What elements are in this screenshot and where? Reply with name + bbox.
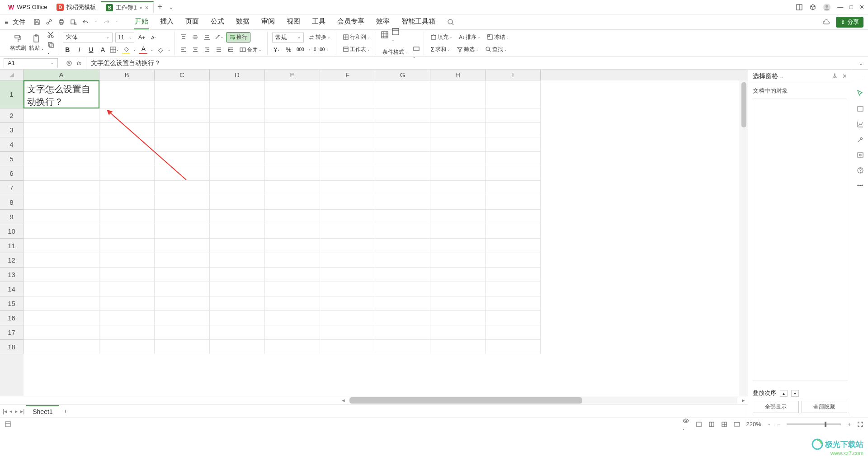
cell-B6[interactable] bbox=[99, 166, 155, 181]
table-style-icon[interactable]: ⌄ bbox=[392, 28, 400, 42]
cell-C13[interactable] bbox=[155, 268, 210, 282]
backup-icon[interactable] bbox=[857, 151, 864, 159]
cell-H7[interactable] bbox=[430, 181, 486, 195]
cell-F7[interactable] bbox=[320, 181, 375, 195]
row-header-3[interactable]: 3 bbox=[0, 123, 24, 137]
cell-D1[interactable] bbox=[210, 80, 265, 108]
cell-C11[interactable] bbox=[155, 239, 210, 253]
filter[interactable]: 筛选⌄ bbox=[455, 45, 481, 54]
cell-B9[interactable] bbox=[99, 210, 155, 224]
cell-H11[interactable] bbox=[430, 239, 486, 253]
cell-G3[interactable] bbox=[375, 123, 430, 137]
row-header-6[interactable]: 6 bbox=[0, 166, 24, 181]
view-break-icon[interactable] bbox=[721, 421, 727, 428]
cube-icon[interactable] bbox=[809, 4, 816, 11]
formula-input[interactable]: 文字怎么设置自动换行？ bbox=[86, 59, 854, 67]
cell-I7[interactable] bbox=[486, 181, 541, 195]
show-all-button[interactable]: 全部显示 bbox=[753, 401, 799, 413]
eye-icon[interactable]: ⌄ bbox=[682, 417, 689, 431]
cell-D6[interactable] bbox=[210, 166, 265, 181]
cell-B18[interactable] bbox=[99, 340, 155, 354]
sheet-next-icon[interactable]: ▸ bbox=[15, 408, 18, 414]
tab-close-icon[interactable]: × bbox=[145, 4, 148, 11]
view-page-icon[interactable] bbox=[708, 421, 715, 428]
thousand-icon[interactable]: 000 bbox=[296, 45, 305, 54]
col-header-C[interactable]: C bbox=[155, 70, 210, 80]
help-icon[interactable] bbox=[857, 167, 864, 174]
layout-icon[interactable] bbox=[796, 4, 803, 11]
cell-G15[interactable] bbox=[375, 296, 430, 311]
cell-I1[interactable] bbox=[486, 80, 541, 108]
row-header-18[interactable]: 18 bbox=[0, 340, 24, 354]
cell-E6[interactable] bbox=[265, 166, 320, 181]
fullscreen-icon[interactable] bbox=[857, 421, 863, 428]
cell-E15[interactable] bbox=[265, 296, 320, 311]
convert[interactable]: 转换⌄ bbox=[307, 33, 332, 42]
hide-all-button[interactable]: 全部隐藏 bbox=[802, 401, 848, 413]
cell-C12[interactable] bbox=[155, 253, 210, 268]
cell-C7[interactable] bbox=[155, 181, 210, 195]
zoom-out-icon[interactable]: − bbox=[777, 421, 781, 428]
cell-D11[interactable] bbox=[210, 239, 265, 253]
cell-C14[interactable] bbox=[155, 282, 210, 296]
cell-H15[interactable] bbox=[430, 296, 486, 311]
cell-F9[interactable] bbox=[320, 210, 375, 224]
cell-F17[interactable] bbox=[320, 325, 375, 340]
row-header-5[interactable]: 5 bbox=[0, 152, 24, 166]
border-icon[interactable]: ⌄ bbox=[110, 45, 119, 54]
cell-C2[interactable] bbox=[155, 108, 210, 123]
cell-G4[interactable] bbox=[375, 137, 430, 152]
more-icon[interactable]: ••• bbox=[857, 182, 863, 189]
increase-decimal-icon[interactable]: .00→ bbox=[319, 45, 328, 54]
search-icon[interactable] bbox=[447, 19, 454, 26]
cell-B4[interactable] bbox=[99, 137, 155, 152]
cell-G6[interactable] bbox=[375, 166, 430, 181]
cell-B13[interactable] bbox=[99, 268, 155, 282]
cell-C1[interactable] bbox=[155, 80, 210, 108]
align-left-icon[interactable] bbox=[179, 45, 188, 54]
cut-icon[interactable] bbox=[47, 31, 54, 38]
italic-icon[interactable]: I bbox=[75, 45, 84, 54]
cancel-icon[interactable] bbox=[66, 60, 72, 66]
cell-A1[interactable]: 文字怎么设置自动换行？ bbox=[24, 80, 99, 108]
indent-icon[interactable] bbox=[226, 45, 235, 54]
col-header-E[interactable]: E bbox=[265, 70, 320, 80]
format-painter[interactable]: 格式刷 bbox=[10, 34, 26, 52]
fx-icon[interactable]: fx bbox=[77, 60, 81, 66]
cell-D14[interactable] bbox=[210, 282, 265, 296]
cell-A9[interactable] bbox=[24, 210, 99, 224]
tab-wps-office[interactable]: WWPS Office bbox=[4, 1, 52, 13]
cell-I14[interactable] bbox=[486, 282, 541, 296]
increase-font-icon[interactable]: A+ bbox=[137, 33, 146, 42]
cell-A10[interactable] bbox=[24, 224, 99, 239]
menu-tab-审阅[interactable]: 审阅 bbox=[260, 14, 276, 29]
col-header-G[interactable]: G bbox=[375, 70, 430, 80]
cell-I15[interactable] bbox=[486, 296, 541, 311]
cell-I5[interactable] bbox=[486, 152, 541, 166]
cell-style-icon[interactable]: ⌄ bbox=[413, 45, 420, 59]
cell-D15[interactable] bbox=[210, 296, 265, 311]
merge-cells[interactable]: 合并⌄ bbox=[238, 45, 264, 55]
freeze[interactable]: 冻结⌄ bbox=[485, 33, 511, 42]
font-select[interactable]: 宋体⌄ bbox=[63, 33, 113, 42]
cell-B2[interactable] bbox=[99, 108, 155, 123]
cell-C6[interactable] bbox=[155, 166, 210, 181]
sort[interactable]: A↓排序⌄ bbox=[457, 33, 482, 42]
tab-template[interactable]: D找稻壳模板 bbox=[52, 1, 100, 13]
scroll-right-icon[interactable]: ▸ bbox=[739, 397, 748, 404]
cell-E17[interactable] bbox=[265, 325, 320, 340]
menu-tab-插入[interactable]: 插入 bbox=[159, 14, 175, 29]
cell-D2[interactable] bbox=[210, 108, 265, 123]
style-icon[interactable] bbox=[857, 105, 864, 113]
cell-E16[interactable] bbox=[265, 311, 320, 325]
expand-formula-icon[interactable]: ⌄ bbox=[854, 60, 868, 66]
cell-A15[interactable] bbox=[24, 296, 99, 311]
cell-E1[interactable] bbox=[265, 80, 320, 108]
maximize-button[interactable]: □ bbox=[849, 4, 853, 10]
close-pane-icon[interactable]: ✕ bbox=[842, 73, 847, 80]
cell-C5[interactable] bbox=[155, 152, 210, 166]
cell-C4[interactable] bbox=[155, 137, 210, 152]
cell-F2[interactable] bbox=[320, 108, 375, 123]
cell-G10[interactable] bbox=[375, 224, 430, 239]
cell-I11[interactable] bbox=[486, 239, 541, 253]
